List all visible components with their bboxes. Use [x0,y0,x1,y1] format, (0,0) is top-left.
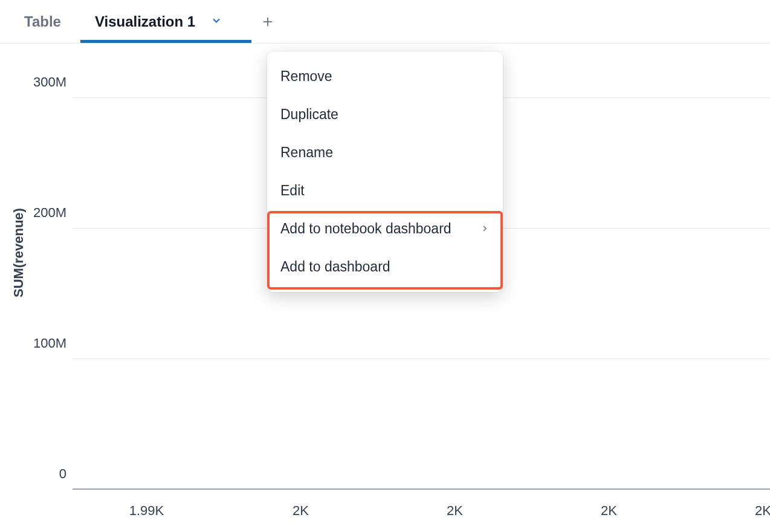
x-tick-label: 2K [755,503,770,519]
y-tick-label: 200M [33,205,66,221]
menu-rename[interactable]: Rename [267,134,503,172]
tab-visualization-1[interactable]: Visualization 1 [95,1,222,42]
menu-remove[interactable]: Remove [267,57,503,96]
tab-context-menu: Remove Duplicate Rename Edit Add to note… [267,51,503,292]
y-axis-label: SUM(revenue) [11,208,27,297]
y-tick-label: 100M [33,336,66,351]
menu-item-label: Add to notebook dashboard [280,221,451,237]
menu-add-to-notebook-dashboard[interactable]: Add to notebook dashboard [267,210,503,248]
menu-edit[interactable]: Edit [267,172,503,210]
plus-icon[interactable] [256,10,279,33]
tab-label: Visualization 1 [95,13,195,30]
chevron-right-icon [480,221,490,237]
grid-line [73,358,770,359]
chevron-down-icon[interactable] [210,15,222,27]
menu-duplicate[interactable]: Duplicate [267,96,503,134]
tab-table[interactable]: Table [24,1,61,42]
menu-add-to-dashboard[interactable]: Add to dashboard [267,248,503,286]
x-tick-label: 2K [293,503,309,519]
y-tick-label: 300M [33,74,66,90]
y-tick-label: 0 [59,466,66,482]
x-tick-label: 1.99K [129,503,164,519]
tab-bar: Table Visualization 1 [0,0,770,44]
x-tick-label: 2K [601,503,617,519]
x-tick-label: 2K [447,503,463,519]
